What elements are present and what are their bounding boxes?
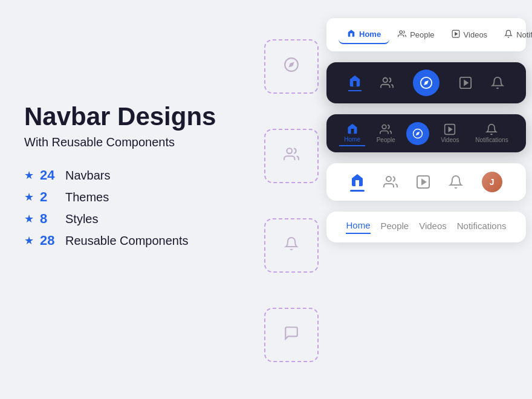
people-label-3: People	[377, 137, 395, 143]
star-icon-1: ★	[24, 169, 34, 182]
videos-icon-2	[459, 76, 472, 89]
svg-marker-8	[424, 80, 429, 85]
navbar-light-avatar: J	[326, 163, 526, 201]
home-icon-1	[347, 29, 355, 39]
stat-label-navbars: Navbars	[65, 169, 110, 183]
bell-icon-4	[485, 123, 498, 135]
bell-icon-1	[504, 30, 513, 40]
nav-compass-2[interactable]	[413, 70, 440, 96]
svg-marker-15	[449, 128, 452, 132]
tab-notifications[interactable]: Notifications	[457, 221, 507, 233]
svg-marker-10	[464, 80, 468, 85]
people-placeholder-icon	[284, 146, 299, 166]
people-icon-1	[398, 30, 406, 40]
page-title: Navbar Designs	[24, 103, 216, 131]
videos-label-3: Videos	[441, 137, 459, 143]
tab-home[interactable]: Home	[346, 220, 370, 234]
stat-number-components: 28	[40, 233, 59, 248]
nav-bell-4[interactable]	[449, 175, 463, 189]
home-icon-4	[350, 173, 365, 187]
page-subtitle: With Reusable Components	[24, 135, 216, 149]
svg-marker-5	[455, 33, 457, 36]
nav-videos-3[interactable]: Videos	[436, 121, 464, 146]
compass-placeholder-icon	[284, 57, 299, 76]
navbar-dark-with-labels: Home People Videos Notifications	[326, 114, 526, 152]
home-underline	[350, 190, 365, 192]
bell-icon-5	[449, 175, 463, 189]
people-icon-2	[380, 76, 394, 89]
nav-bell-2[interactable]	[491, 76, 504, 89]
nav-people-1[interactable]: People	[389, 26, 443, 44]
people-icon-4	[383, 175, 398, 189]
nav-home-1[interactable]: Home	[339, 25, 389, 44]
notifications-label-1: Notifications	[516, 30, 532, 39]
star-icon-3: ★	[24, 212, 34, 225]
svg-point-2	[287, 148, 292, 154]
stat-navbars: ★ 24 Navbars	[24, 167, 216, 183]
compass-icon-2	[420, 76, 433, 89]
nav-bell-3[interactable]: Notifications	[470, 121, 513, 146]
bell-icon-2	[491, 76, 504, 89]
home-icon-2	[348, 74, 362, 88]
navbar-light-top: Home People Videos Notifications	[326, 18, 526, 51]
stat-label-styles: Styles	[65, 212, 98, 226]
videos-label-1: Videos	[464, 30, 488, 39]
nav-videos-2[interactable]	[459, 76, 472, 89]
nav-home-4[interactable]	[350, 173, 365, 192]
home-label-3: Home	[344, 136, 360, 143]
stat-label-themes: Themes	[65, 190, 109, 204]
svg-point-6	[383, 78, 388, 82]
svg-point-16	[386, 177, 391, 181]
nav-people-4[interactable]	[383, 175, 398, 189]
navbar-previews: Home People Videos Notifications	[326, 18, 526, 242]
navbar-dark-no-labels	[326, 62, 526, 103]
stat-number-styles: 8	[40, 211, 59, 227]
nav-notifications-1[interactable]: Notifications	[496, 26, 532, 44]
nav-videos-4[interactable]	[416, 175, 430, 189]
people-label-1: People	[410, 30, 434, 39]
star-icon-4: ★	[24, 234, 34, 247]
avatar-4[interactable]: J	[482, 172, 502, 192]
stat-components: ★ 28 Reusable Components	[24, 233, 216, 248]
stat-styles: ★ 8 Styles	[24, 211, 216, 227]
star-icon-2: ★	[24, 190, 34, 204]
nav-home-2[interactable]	[348, 74, 362, 91]
placeholder-card-4	[264, 308, 319, 362]
svg-point-11	[382, 125, 386, 129]
tab-people[interactable]: People	[380, 221, 409, 233]
stat-themes: ★ 2 Themes	[24, 189, 216, 205]
nav-videos-1[interactable]: Videos	[443, 26, 496, 44]
navbar-text-tabs: Home People Videos Notifications	[326, 212, 526, 242]
tab-videos[interactable]: Videos	[419, 221, 447, 233]
nav-home-3[interactable]: Home	[339, 120, 365, 146]
placeholder-card-2	[264, 129, 319, 183]
nav-people-3[interactable]: People	[372, 121, 400, 146]
placeholder-card-3	[264, 218, 319, 273]
home-icon-3	[346, 123, 358, 135]
nav-compass-3[interactable]	[406, 122, 429, 145]
notifications-label-3: Notifications	[475, 137, 508, 143]
videos-icon-3	[444, 123, 456, 135]
nav-people-2[interactable]	[380, 76, 394, 89]
chat-placeholder-icon	[284, 325, 299, 345]
stat-label-components: Reusable Components	[65, 234, 188, 248]
stat-number-themes: 2	[40, 189, 59, 205]
svg-point-3	[400, 31, 403, 34]
videos-icon-4	[416, 175, 430, 189]
home-label-1: Home	[359, 30, 381, 39]
svg-marker-18	[422, 180, 426, 184]
stats-list: ★ 24 Navbars ★ 2 Themes ★ 8 Styles ★ 28 …	[24, 167, 216, 248]
svg-marker-1	[288, 62, 294, 67]
bell-placeholder-icon	[284, 236, 299, 255]
people-icon-3	[380, 123, 392, 135]
placeholder-card-1	[264, 39, 319, 94]
stat-number-navbars: 24	[40, 167, 59, 183]
svg-marker-13	[416, 131, 420, 135]
left-content: Navbar Designs With Reusable Components …	[24, 103, 216, 255]
videos-icon-1	[452, 30, 460, 40]
compass-icon-3	[412, 128, 423, 139]
